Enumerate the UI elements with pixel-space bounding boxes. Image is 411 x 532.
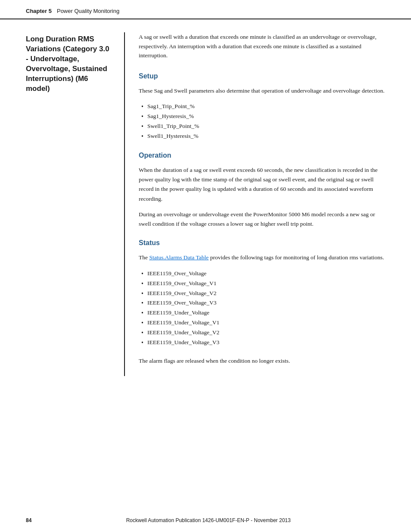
list-item: Swell1_Hysteresis_% xyxy=(139,131,385,141)
list-item: IEEE1159_Under_Voltage_V3 xyxy=(139,338,385,348)
list-item: IEEE1159_Under_Voltage xyxy=(139,308,385,318)
status-intro: The Status.Alarms Data Table provides th… xyxy=(139,253,385,262)
status-heading: Status xyxy=(139,239,385,247)
list-item: Sag1_Trip_Point_% xyxy=(139,102,385,112)
status-post-link: provides the following tags for monitori… xyxy=(209,254,384,261)
operation-para2: During an overvoltage or undervoltage ev… xyxy=(139,210,385,229)
content-area: Long Duration RMS Variations (Category 3… xyxy=(0,19,411,393)
status-section: Status The Status.Alarms Data Table prov… xyxy=(139,239,385,366)
operation-section: Operation When the duration of a sag or … xyxy=(139,152,385,229)
status-pre-link: The xyxy=(139,254,149,261)
list-item: Swell1_Trip_Point_% xyxy=(139,121,385,131)
header-chapter: Chapter 5 xyxy=(26,8,52,14)
setup-body: These Sag and Swell parameters also dete… xyxy=(139,86,385,96)
left-column: Long Duration RMS Variations (Category 3… xyxy=(26,32,125,376)
status-footer-note: The alarm flags are released when the co… xyxy=(139,356,385,366)
setup-heading: Setup xyxy=(139,72,385,80)
list-item: IEEE1159_Over_Voltage xyxy=(139,269,385,279)
list-item: IEEE1159_Over_Voltage_V1 xyxy=(139,279,385,289)
right-column: A sag or swell with a duration that exce… xyxy=(125,32,385,376)
list-item: IEEE1159_Over_Voltage_V3 xyxy=(139,298,385,308)
list-item: IEEE1159_Over_Voltage_V2 xyxy=(139,289,385,299)
page-footer: 84 Rockwell Automation Publication 1426-… xyxy=(26,517,385,523)
intro-paragraph: A sag or swell with a duration that exce… xyxy=(139,32,385,60)
setup-section: Setup These Sag and Swell parameters als… xyxy=(139,72,385,141)
page: Chapter 5 Power Quality Monitoring Long … xyxy=(0,0,411,532)
operation-para1: When the duration of a sag or swell even… xyxy=(139,165,385,204)
list-item: IEEE1159_Under_Voltage_V2 xyxy=(139,328,385,338)
list-item: IEEE1159_Under_Voltage_V1 xyxy=(139,318,385,328)
operation-heading: Operation xyxy=(139,152,385,159)
status-bullet-list: IEEE1159_Over_Voltage IEEE1159_Over_Volt… xyxy=(139,269,385,348)
footer-page-number: 84 xyxy=(26,517,31,523)
footer-center-text: Rockwell Automation Publication 1426-UM0… xyxy=(126,517,291,523)
status-alarms-link[interactable]: Status.Alarms Data Table xyxy=(149,254,209,261)
page-header: Chapter 5 Power Quality Monitoring xyxy=(0,0,411,19)
section-title: Long Duration RMS Variations (Category 3… xyxy=(26,32,114,94)
header-chapter-title: Power Quality Monitoring xyxy=(57,8,119,14)
list-item: Sag1_Hysteresis_% xyxy=(139,112,385,121)
setup-bullet-list: Sag1_Trip_Point_% Sag1_Hysteresis_% Swel… xyxy=(139,102,385,141)
